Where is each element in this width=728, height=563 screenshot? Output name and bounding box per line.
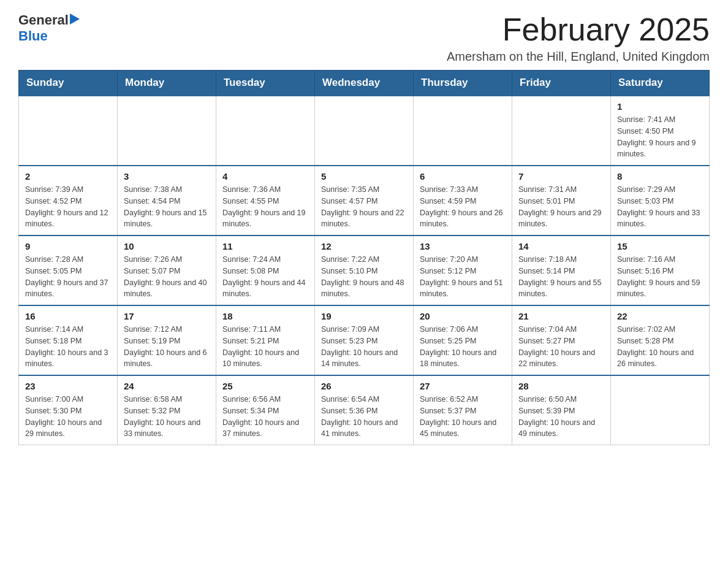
calendar-cell <box>19 96 118 166</box>
day-info: Sunrise: 7:35 AM Sunset: 4:57 PM Dayligh… <box>321 184 407 230</box>
month-title: February 2025 <box>447 12 710 47</box>
day-number: 22 <box>617 311 703 321</box>
calendar-cell: 8Sunrise: 7:29 AM Sunset: 5:03 PM Daylig… <box>611 166 710 236</box>
day-number: 9 <box>25 241 111 251</box>
weekday-header-wednesday: Wednesday <box>315 71 414 96</box>
logo: General Blue <box>18 12 81 44</box>
calendar-cell: 22Sunrise: 7:02 AM Sunset: 5:28 PM Dayli… <box>611 305 710 375</box>
calendar-cell: 20Sunrise: 7:06 AM Sunset: 5:25 PM Dayli… <box>414 305 512 375</box>
day-number: 20 <box>420 311 506 321</box>
calendar-cell <box>611 375 710 445</box>
day-number: 28 <box>518 381 604 391</box>
calendar-week-row: 9Sunrise: 7:28 AM Sunset: 5:05 PM Daylig… <box>19 236 710 305</box>
day-number: 6 <box>420 171 506 182</box>
calendar-cell: 10Sunrise: 7:26 AM Sunset: 5:07 PM Dayli… <box>118 236 216 305</box>
calendar-cell: 7Sunrise: 7:31 AM Sunset: 5:01 PM Daylig… <box>512 166 611 236</box>
calendar-cell: 12Sunrise: 7:22 AM Sunset: 5:10 PM Dayli… <box>315 236 414 305</box>
page-header: General Blue February 2025 Amersham on t… <box>18 12 710 64</box>
calendar-cell <box>512 96 611 166</box>
calendar-cell: 16Sunrise: 7:14 AM Sunset: 5:18 PM Dayli… <box>19 305 118 375</box>
calendar-cell <box>315 96 414 166</box>
day-info: Sunrise: 6:56 AM Sunset: 5:34 PM Dayligh… <box>222 394 308 440</box>
day-number: 14 <box>518 241 604 251</box>
calendar-cell <box>216 96 315 166</box>
day-number: 18 <box>222 311 308 321</box>
day-number: 8 <box>617 171 703 182</box>
weekday-header-friday: Friday <box>512 71 611 96</box>
calendar-cell: 23Sunrise: 7:00 AM Sunset: 5:30 PM Dayli… <box>19 375 118 445</box>
weekday-header-sunday: Sunday <box>19 71 118 96</box>
weekday-header-thursday: Thursday <box>414 71 512 96</box>
day-info: Sunrise: 7:00 AM Sunset: 5:30 PM Dayligh… <box>25 394 111 440</box>
day-info: Sunrise: 7:38 AM Sunset: 4:54 PM Dayligh… <box>124 184 210 230</box>
calendar-cell: 25Sunrise: 6:56 AM Sunset: 5:34 PM Dayli… <box>216 375 315 445</box>
day-number: 10 <box>124 241 210 251</box>
day-number: 23 <box>25 381 111 391</box>
calendar-week-row: 16Sunrise: 7:14 AM Sunset: 5:18 PM Dayli… <box>19 305 710 375</box>
logo-blue: Blue <box>18 28 48 44</box>
day-info: Sunrise: 6:52 AM Sunset: 5:37 PM Dayligh… <box>420 394 506 440</box>
calendar-cell: 4Sunrise: 7:36 AM Sunset: 4:55 PM Daylig… <box>216 166 315 236</box>
weekday-header-saturday: Saturday <box>611 71 710 96</box>
calendar-cell: 21Sunrise: 7:04 AM Sunset: 5:27 PM Dayli… <box>512 305 611 375</box>
day-info: Sunrise: 7:22 AM Sunset: 5:10 PM Dayligh… <box>321 254 407 300</box>
day-number: 25 <box>222 381 308 391</box>
day-number: 19 <box>321 311 407 321</box>
calendar-cell: 11Sunrise: 7:24 AM Sunset: 5:08 PM Dayli… <box>216 236 315 305</box>
day-info: Sunrise: 7:36 AM Sunset: 4:55 PM Dayligh… <box>222 184 308 230</box>
calendar-cell: 9Sunrise: 7:28 AM Sunset: 5:05 PM Daylig… <box>19 236 118 305</box>
day-info: Sunrise: 7:28 AM Sunset: 5:05 PM Dayligh… <box>25 254 111 300</box>
day-info: Sunrise: 6:50 AM Sunset: 5:39 PM Dayligh… <box>518 394 604 440</box>
day-number: 17 <box>124 311 210 321</box>
day-info: Sunrise: 7:39 AM Sunset: 4:52 PM Dayligh… <box>25 184 111 230</box>
calendar-cell: 18Sunrise: 7:11 AM Sunset: 5:21 PM Dayli… <box>216 305 315 375</box>
calendar-cell: 14Sunrise: 7:18 AM Sunset: 5:14 PM Dayli… <box>512 236 611 305</box>
calendar-cell: 1Sunrise: 7:41 AM Sunset: 4:50 PM Daylig… <box>611 96 710 166</box>
calendar-cell: 15Sunrise: 7:16 AM Sunset: 5:16 PM Dayli… <box>611 236 710 305</box>
calendar-cell: 5Sunrise: 7:35 AM Sunset: 4:57 PM Daylig… <box>315 166 414 236</box>
day-number: 1 <box>617 101 703 112</box>
weekday-header-tuesday: Tuesday <box>216 71 315 96</box>
calendar-cell: 28Sunrise: 6:50 AM Sunset: 5:39 PM Dayli… <box>512 375 611 445</box>
day-number: 26 <box>321 381 407 391</box>
day-number: 5 <box>321 171 407 182</box>
day-number: 12 <box>321 241 407 251</box>
calendar-cell: 13Sunrise: 7:20 AM Sunset: 5:12 PM Dayli… <box>414 236 512 305</box>
calendar-cell: 17Sunrise: 7:12 AM Sunset: 5:19 PM Dayli… <box>118 305 216 375</box>
day-info: Sunrise: 7:18 AM Sunset: 5:14 PM Dayligh… <box>518 254 604 300</box>
calendar-cell: 3Sunrise: 7:38 AM Sunset: 4:54 PM Daylig… <box>118 166 216 236</box>
calendar-cell: 19Sunrise: 7:09 AM Sunset: 5:23 PM Dayli… <box>315 305 414 375</box>
weekday-header-row: SundayMondayTuesdayWednesdayThursdayFrid… <box>19 71 710 96</box>
calendar-week-row: 23Sunrise: 7:00 AM Sunset: 5:30 PM Dayli… <box>19 375 710 445</box>
day-info: Sunrise: 7:33 AM Sunset: 4:59 PM Dayligh… <box>420 184 506 230</box>
day-number: 15 <box>617 241 703 251</box>
day-info: Sunrise: 7:31 AM Sunset: 5:01 PM Dayligh… <box>518 184 604 230</box>
day-number: 16 <box>25 311 111 321</box>
day-info: Sunrise: 7:41 AM Sunset: 4:50 PM Dayligh… <box>617 114 703 160</box>
day-number: 27 <box>420 381 506 391</box>
day-info: Sunrise: 7:04 AM Sunset: 5:27 PM Dayligh… <box>518 324 604 370</box>
day-number: 13 <box>420 241 506 251</box>
calendar-cell: 2Sunrise: 7:39 AM Sunset: 4:52 PM Daylig… <box>19 166 118 236</box>
day-info: Sunrise: 7:14 AM Sunset: 5:18 PM Dayligh… <box>25 324 111 370</box>
calendar-header: SundayMondayTuesdayWednesdayThursdayFrid… <box>19 71 710 96</box>
day-info: Sunrise: 7:11 AM Sunset: 5:21 PM Dayligh… <box>222 324 308 370</box>
day-info: Sunrise: 7:02 AM Sunset: 5:28 PM Dayligh… <box>617 324 703 370</box>
day-info: Sunrise: 7:24 AM Sunset: 5:08 PM Dayligh… <box>222 254 308 300</box>
logo-arrow-icon <box>70 12 81 26</box>
logo-general: General <box>18 13 69 28</box>
day-info: Sunrise: 7:12 AM Sunset: 5:19 PM Dayligh… <box>124 324 210 370</box>
day-number: 7 <box>518 171 604 182</box>
calendar-body: 1Sunrise: 7:41 AM Sunset: 4:50 PM Daylig… <box>19 96 710 445</box>
day-info: Sunrise: 6:58 AM Sunset: 5:32 PM Dayligh… <box>124 394 210 440</box>
day-info: Sunrise: 7:29 AM Sunset: 5:03 PM Dayligh… <box>617 184 703 230</box>
day-info: Sunrise: 7:16 AM Sunset: 5:16 PM Dayligh… <box>617 254 703 300</box>
day-number: 11 <box>222 241 308 251</box>
calendar-cell <box>414 96 512 166</box>
weekday-header-monday: Monday <box>118 71 216 96</box>
calendar-table: SundayMondayTuesdayWednesdayThursdayFrid… <box>18 70 710 445</box>
day-number: 24 <box>124 381 210 391</box>
day-info: Sunrise: 7:06 AM Sunset: 5:25 PM Dayligh… <box>420 324 506 370</box>
day-number: 21 <box>518 311 604 321</box>
day-info: Sunrise: 7:20 AM Sunset: 5:12 PM Dayligh… <box>420 254 506 300</box>
